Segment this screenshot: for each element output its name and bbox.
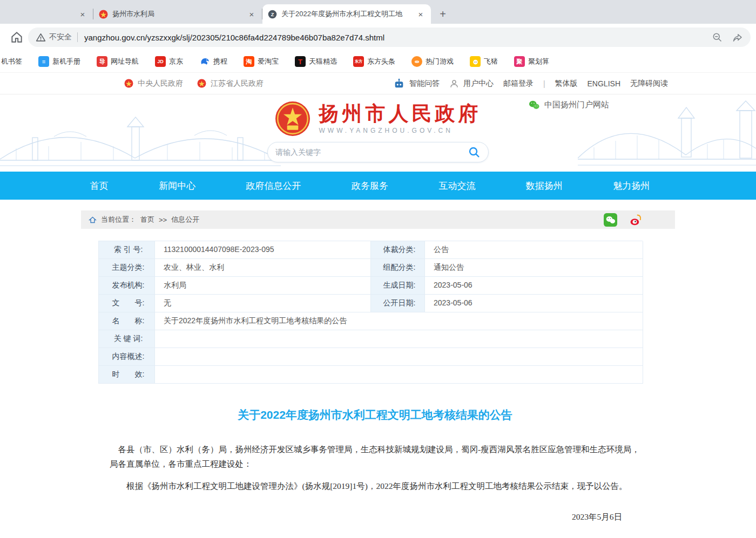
bookmark-label: 机书签 [1, 57, 22, 66]
breadcrumb: 当前位置： 首页 >> 信息公开 [81, 210, 675, 229]
site-masthead: 扬州市人民政府 WWW.YANGZHOU.GOV.CN 中国扬州门户网站 [0, 94, 756, 172]
meta-label: 发布机构: [99, 277, 155, 295]
portal-link[interactable]: 中国扬州门户网站 [528, 100, 609, 110]
breadcrumb-section-link[interactable]: 信息公开 [171, 215, 199, 224]
svg-text:Z: Z [271, 11, 274, 17]
address-bar[interactable]: 不安全 yangzhou.gov.cn/yzszxxgk/slj/202305/… [28, 28, 751, 47]
zoom-out-icon[interactable] [712, 32, 723, 43]
jd-icon: JD [155, 56, 166, 67]
article-paragraph: 各县（市、区）水利（务）局，扬州经济开发区城乡事务管理局，生态科技新城规划建设局… [110, 442, 640, 471]
close-icon[interactable]: × [78, 9, 87, 19]
wechat-share-icon[interactable] [604, 213, 617, 227]
smart-qa-link[interactable]: 智能问答 [393, 78, 440, 90]
topbar-divider: | [543, 79, 545, 88]
bookmark-ctrip[interactable]: 携程 [199, 56, 227, 67]
bookmark-aitaobao[interactable]: 淘 爱淘宝 [244, 56, 279, 67]
home-icon [89, 216, 97, 224]
close-icon[interactable]: × [247, 9, 256, 19]
document-meta-table: 索 引 号: 11321000014407098E-2023-095 体裁分类:… [98, 241, 643, 384]
traditional-chinese-link[interactable]: 繁体版 [555, 79, 578, 88]
meta-value: 农业、林业、水利 [155, 259, 371, 277]
browser-toolbar: 不安全 yangzhou.gov.cn/yzszxxgk/slj/202305/… [0, 24, 756, 51]
user-center-link[interactable]: 用户中心 [449, 79, 494, 88]
bookmark-label: 新机手册 [52, 57, 80, 66]
share-icon[interactable] [732, 32, 743, 43]
meta-value: 无 [155, 295, 371, 312]
link-label: 中央人民政府 [138, 79, 183, 88]
search-input[interactable] [275, 148, 468, 156]
manual-icon: ≡ [38, 56, 49, 67]
site-title-block: 扬州市人民政府 WWW.YANGZHOU.GOV.CN [319, 103, 482, 135]
browser-tab-bar: × 扬州市水利局 × Z 关于2022年度扬州市水利工程文明工地 × + [0, 0, 756, 24]
meta-label: 时 效: [99, 366, 155, 384]
breadcrumb-home-link[interactable]: 首页 [140, 215, 154, 224]
meta-value: 2023-05-06 [425, 277, 643, 295]
bookmark-label: 网址导航 [111, 57, 139, 66]
bookmark-manual[interactable]: ≡ 新机手册 [38, 56, 80, 67]
bookmark-games[interactable]: 热门游戏 [411, 56, 454, 67]
gov-emblem-icon [197, 79, 206, 88]
english-link[interactable]: ENGLISH [588, 79, 620, 88]
gov-emblem-icon [99, 10, 108, 19]
wechat-icon [528, 100, 540, 110]
bookmark-eastday[interactable]: 东方 东方头条 [353, 56, 395, 67]
bookmark-nav-site[interactable]: 导 网址导航 [97, 56, 139, 67]
meta-label: 索 引 号: [99, 241, 155, 259]
nav-item-info-disclosure[interactable]: 政府信息公开 [246, 180, 301, 192]
not-secure-warning-icon [36, 32, 46, 43]
nav-item-interaction[interactable]: 互动交流 [438, 180, 475, 192]
bookmark-phone-bookmarks[interactable]: 机书签 [1, 57, 22, 66]
meta-value [155, 366, 643, 384]
site-url: WWW.YANGZHOU.GOV.CN [319, 127, 482, 134]
meta-value: 11321000014407098E-2023-095 [155, 241, 371, 259]
bookmark-label: 天猫精选 [309, 57, 337, 66]
main-nav: 首页 新闻中心 政府信息公开 政务服务 互动交流 数据扬州 魅力扬州 [0, 172, 756, 200]
meta-value: 公告 [425, 241, 643, 259]
browser-tab-active[interactable]: Z 关于2022年度扬州市水利工程文明工地 × [262, 4, 431, 24]
nav-item-home[interactable]: 首页 [90, 180, 109, 192]
bookmark-tmall[interactable]: T 天猫精选 [295, 56, 337, 67]
search-icon[interactable] [468, 146, 481, 159]
bookmark-label: 爱淘宝 [258, 57, 279, 66]
bookmark-juhuasuan[interactable]: 聚 聚划算 [514, 56, 549, 67]
nav-item-charm[interactable]: 魅力扬州 [613, 180, 650, 192]
meta-label: 公开日期: [371, 295, 425, 312]
link-jiangsu-gov[interactable]: 江苏省人民政府 [197, 79, 264, 88]
link-central-gov[interactable]: 中央人民政府 [124, 79, 183, 88]
browser-tab-partial[interactable]: × [0, 4, 93, 24]
bookmark-label: 京东 [169, 57, 183, 66]
robot-icon [393, 78, 405, 90]
gov-topbar: 中央人民政府 江苏省人民政府 智能问答 用户中心 邮箱登录 | 繁体版 ENGL… [0, 73, 756, 94]
mail-login-link[interactable]: 邮箱登录 [503, 79, 534, 88]
site-search [267, 142, 489, 162]
meta-value: 2023-05-06 [425, 295, 643, 312]
tab-title: 关于2022年度扬州市水利工程文明工地 [281, 9, 411, 19]
bookmark-label: 热门游戏 [426, 57, 454, 66]
nav-site-icon: 导 [97, 56, 107, 67]
nav-item-services[interactable]: 政务服务 [352, 180, 388, 192]
link-label: 智能问答 [409, 79, 440, 88]
meta-label: 文 号: [99, 295, 155, 312]
bookmark-jd[interactable]: JD 京东 [155, 56, 183, 67]
weibo-share-icon[interactable] [629, 213, 643, 227]
bookmark-label: 东方头条 [367, 57, 395, 66]
new-tab-button[interactable]: + [435, 6, 450, 22]
bookmark-label: 聚划算 [528, 57, 549, 66]
content-card: 当前位置： 首页 >> 信息公开 索 引 号: 1132100001440709… [81, 210, 675, 538]
games-icon [411, 56, 422, 67]
close-icon[interactable]: × [416, 9, 426, 19]
meta-label: 关 键 词: [99, 330, 155, 348]
bookmark-fliggy[interactable]: 飞猪 [470, 56, 498, 67]
nav-item-data[interactable]: 数据扬州 [526, 180, 563, 192]
bookmark-label: 飞猪 [484, 57, 498, 66]
juhuasuan-icon: 聚 [514, 56, 525, 67]
national-emblem-icon [275, 101, 310, 137]
bookmark-label: 携程 [213, 57, 227, 66]
accessibility-link[interactable]: 无障碍阅读 [630, 79, 668, 88]
home-icon[interactable] [10, 30, 24, 44]
fliggy-pig-icon [470, 56, 481, 67]
browser-tab-shuiliju[interactable]: 扬州市水利局 × [93, 4, 262, 24]
meta-label: 名 称: [99, 312, 155, 330]
site-favicon-icon: Z [268, 10, 277, 19]
nav-item-news[interactable]: 新闻中心 [159, 180, 195, 192]
